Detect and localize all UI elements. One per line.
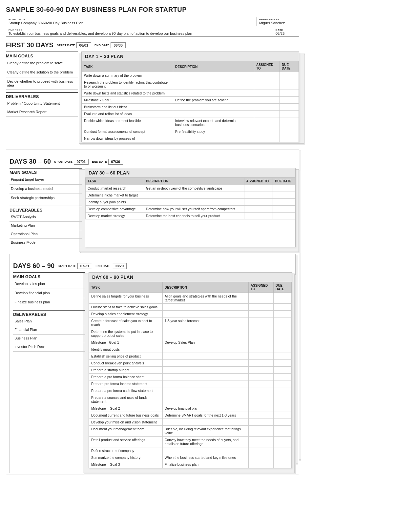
deliverable-item: Operational Plan	[10, 230, 82, 239]
col-due: DUE DATE	[280, 61, 299, 72]
deliverable-item: Business Model	[10, 239, 82, 247]
table-row: Decide which ideas are most feasibleInte…	[82, 117, 299, 128]
goal-item: Develop financial plan	[13, 289, 85, 298]
table-row: Develop a sales enablement strategy	[89, 311, 292, 317]
table-row: Establish selling price of product	[89, 353, 292, 360]
table-row: Document current and future business goa…	[89, 412, 292, 419]
deliverable-item: Business Plan	[13, 335, 85, 343]
table-row: Define sales targets for your businessAl…	[89, 293, 292, 304]
table-row: Conduct market researchGet an in-depth v…	[86, 185, 295, 192]
table-row: Develop market strategyDetermine the bes…	[86, 213, 295, 219]
table-row: Outline steps to take to achieve sales g…	[89, 304, 292, 311]
col-desc: DESCRIPTION	[162, 282, 248, 293]
days6090-header: DAYS 60 – 90	[13, 262, 54, 270]
table-row: Document your management teamBrief bio, …	[89, 426, 292, 437]
table-row: Write down facts and statistics related …	[82, 90, 299, 97]
first30-end-label: END DATE	[94, 44, 109, 47]
table-row: Develop your mission and vision statemen…	[89, 419, 292, 426]
table-row: Milestone – Goal 3Finalize business plan	[89, 461, 292, 468]
col-desc: DESCRIPTION	[144, 178, 244, 185]
table-row: Identify input costs	[89, 346, 292, 353]
first30-plan-title: DAY 1 – 30 PLAN	[82, 52, 299, 61]
days3060-header: DAYS 30 – 60	[10, 158, 51, 165]
table-row: Prepare pro forma income statement	[89, 380, 292, 387]
first30-start-label: START DATE	[57, 44, 75, 47]
days6090-end-label: END DATE	[95, 264, 110, 268]
table-row: Conduct formal assessments of conceptPre…	[82, 128, 299, 135]
table-row: Prepare a startup budget	[89, 367, 292, 374]
first30-start-date: 06/01	[76, 42, 92, 48]
prepared-by-label: PREPARED BY	[259, 18, 297, 21]
prepared-by-value: Miguel Sanchez	[259, 21, 297, 25]
goal-item: Finalize business plan	[13, 298, 85, 307]
days3060-end-date: 07/30	[108, 159, 123, 165]
deliverable-item: Financial Plan	[13, 326, 85, 335]
date-value: 05/25	[276, 31, 297, 35]
goal-item: Develop sales plan	[13, 280, 85, 289]
table-row: Research the problem to identify factors…	[82, 79, 299, 90]
days3060-deliverables-label: DELIVERABLES	[10, 206, 82, 213]
plan-title-value: Startup Company 30-60-90 Day Business Pl…	[9, 21, 254, 25]
deliverable-item: Sales Plan	[13, 317, 85, 326]
col-assigned: ASSIGNED TO	[254, 61, 280, 72]
table-row: Milestone – Goal 2Develop financial plan	[89, 405, 292, 412]
goal-item: Clearly define the problem to solve	[6, 59, 78, 68]
purpose-label: PURPOSE	[9, 29, 271, 31]
purpose-value: To establish our business goals and deli…	[9, 31, 271, 35]
deliverable-item: Investor Pitch Deck	[13, 343, 85, 352]
col-assigned: ASSIGNED TO	[248, 282, 273, 293]
col-desc: DESCRIPTION	[173, 61, 254, 72]
table-row: Narrow down ideas by process of	[82, 135, 299, 142]
goal-item: Decide whether to proceed with business …	[6, 77, 78, 90]
date-label: DATE	[276, 29, 297, 31]
table-row: Milestone - Goal 1Develop Sales Plan	[89, 339, 292, 346]
days6090-goals-label: MAIN GOALS	[13, 272, 85, 280]
table-row: Brainstorm and list out ideas	[82, 104, 299, 111]
days6090-deliverables-label: DELIVERABLES	[13, 310, 85, 317]
deliverable-item: Marketing Plan	[10, 222, 82, 230]
table-row: Create a forecast of sales you expect to…	[89, 317, 292, 328]
goal-item: Develop a business model	[10, 185, 82, 194]
days3060-start-date: 07/01	[74, 159, 89, 165]
deliverable-item: SWOT Analysis	[10, 213, 82, 222]
table-row: Evaluate and refine list of ideas	[82, 111, 299, 117]
days3060-start-label: START DATE	[54, 160, 73, 163]
table-row: Detail product and service offeringsConv…	[89, 437, 292, 447]
days6090-plan-title: DAY 60 – 90 PLAN	[89, 273, 292, 282]
goal-item: Clearly define the solution to the probl…	[6, 68, 78, 77]
table-row: Prepare a sources and uses of funds stat…	[89, 394, 292, 405]
table-row: Develop competitive advantageDetermine h…	[86, 206, 295, 213]
table-row: Milestone - Goal 1Define the problem you…	[82, 97, 299, 104]
col-task: TASK	[86, 178, 144, 185]
days3060-plan-title: DAY 30 – 60 PLAN	[85, 168, 295, 177]
table-row: Determine niche market to target	[86, 192, 295, 199]
first30-deliverables-label: DELIVERABLES	[6, 92, 78, 100]
goal-item: Pinpoint target buyer	[10, 175, 82, 185]
col-assigned: ASSIGNED TO	[244, 178, 273, 185]
col-due: DUE DATE	[273, 282, 291, 293]
col-due: DUE DATE	[273, 178, 295, 185]
col-task: TASK	[82, 61, 173, 72]
table-row: Prepare a pro forma cash flow statement	[89, 387, 292, 394]
table-row: Determine the systems to put in place to…	[89, 328, 292, 339]
first30-header: FIRST 30 DAYS	[6, 41, 53, 49]
days6090-end-date: 08/29	[112, 263, 127, 269]
goal-item: Seek strategic partnerships	[10, 194, 82, 203]
table-row: Define structure of company	[89, 447, 292, 454]
table-row: Conduct break-even point analysis	[89, 360, 292, 367]
main-title: SAMPLE 30-60-90 DAY BUSINESS PLAN FOR ST…	[6, 6, 299, 13]
deliverable-item: Market Research Report	[6, 108, 78, 117]
col-task: TASK	[89, 282, 163, 293]
deliverable-item: Problem / Opportunity Statement	[6, 100, 78, 108]
table-row: Summarize the company historyWhen the bu…	[89, 454, 292, 461]
table-row: Write down a summary of the problem	[82, 72, 299, 79]
days6090-start-label: START DATE	[58, 264, 76, 268]
first30-goals-label: MAIN GOALS	[6, 51, 78, 59]
days3060-goals-label: MAIN GOALS	[10, 168, 82, 175]
plan-title-label: PLAN TITLE	[9, 18, 254, 21]
table-row: Prepare a pro forma balance sheet	[89, 374, 292, 380]
days6090-start-date: 07/31	[77, 263, 93, 269]
days3060-end-label: END DATE	[92, 160, 107, 163]
first30-end-date: 06/30	[111, 42, 126, 48]
table-row: Identify buyer pain points	[86, 199, 295, 206]
